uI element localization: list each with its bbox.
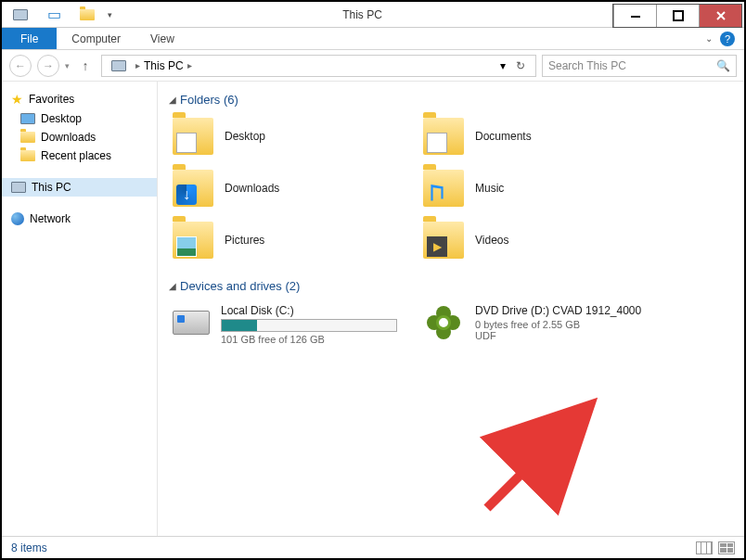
ribbon-tabs: File Computer View ⌄ ? [2,28,744,50]
folder-label: Desktop [225,130,265,143]
sidebar-item-recent[interactable]: Recent places [2,146,157,165]
breadcrumb[interactable]: ▸ This PC ▸ ▾ ↻ [101,55,536,77]
sidebar-favorites[interactable]: ★ Favorites [2,89,157,109]
tab-file[interactable]: File [2,28,57,49]
sidebar-item-this-pc[interactable]: This PC [2,178,157,197]
section-header-drives[interactable]: ◢ Devices and drives (2) [169,279,733,293]
folder-icon [20,132,35,143]
folder-label: Documents [475,130,532,143]
section-header-folders[interactable]: ◢ Folders (6) [169,93,733,107]
folder-music[interactable]: Music [419,166,651,210]
folder-label: Music [475,182,504,195]
sidebar-item-network[interactable]: Network [2,210,157,228]
chevron-right-icon[interactable]: ▸ [135,60,140,70]
back-button[interactable]: ← [9,55,32,77]
dvd-icon [423,304,464,341]
breadcrumb-dropdown-icon[interactable]: ▾ [500,59,506,72]
pc-icon [13,7,28,22]
search-icon: 🔍 [716,59,730,72]
folder-label: Videos [475,234,508,247]
new-folder-icon[interactable] [80,7,95,22]
caret-down-icon: ◢ [169,281,176,291]
view-details-icon[interactable] [696,541,713,554]
folder-label: Downloads [225,182,279,195]
tab-view[interactable]: View [135,28,189,49]
sidebar-label: This PC [32,181,71,194]
content-pane: ◢ Folders (6) Desktop Documents Download… [158,82,744,536]
annotation-arrow [478,397,617,517]
sidebar-label: Desktop [41,112,82,125]
folder-icon [423,118,464,155]
forward-button[interactable]: → [37,55,59,77]
svg-rect-0 [631,16,640,18]
pc-icon [111,58,126,73]
star-icon: ★ [11,92,23,107]
navigation-pane: ★ Favorites Desktop Downloads Recent pla… [2,82,158,536]
help-icon[interactable]: ? [720,32,735,46]
drive-free-text: 101 GB free of 126 GB [221,334,397,345]
window-title: This PC [112,8,612,21]
section-title: Folders (6) [180,93,238,107]
refresh-icon[interactable]: ↻ [509,59,532,72]
maximize-button[interactable] [656,5,699,27]
breadcrumb-segment[interactable]: This PC [144,59,184,72]
search-input[interactable]: Search This PC 🔍 [542,55,737,77]
view-large-icons-icon[interactable] [718,541,735,554]
close-button[interactable] [699,5,741,27]
sidebar-label: Favorites [29,93,74,106]
svg-line-4 [487,411,585,508]
folder-icon [173,170,213,207]
section-title: Devices and drives (2) [180,279,300,293]
drive-dvd-d[interactable]: DVD Drive (D:) CVAD 1912_4000 0 bytes fr… [419,300,698,349]
folder-videos[interactable]: Videos [419,218,651,262]
tab-computer[interactable]: Computer [57,28,135,49]
properties-icon[interactable]: ▭ [46,7,61,22]
hdd-icon [173,304,210,341]
main-area: ★ Favorites Desktop Downloads Recent pla… [2,82,744,536]
chevron-right-icon[interactable]: ▸ [187,60,192,70]
sidebar-label: Recent places [41,149,111,162]
window-controls [612,4,742,28]
drive-name: DVD Drive (D:) CVAD 1912_4000 [475,304,641,317]
title-bar: ▭ ▾ This PC [2,2,744,28]
minimize-button[interactable] [613,5,656,27]
drive-filesystem: UDF [475,330,641,341]
recent-locations-icon[interactable]: ▾ [65,61,70,70]
pc-icon [11,182,26,193]
ribbon-expand-icon[interactable]: ⌄ [705,33,713,44]
up-button[interactable]: ↑ [75,56,96,76]
folder-pictures[interactable]: Pictures [169,218,401,262]
folder-label: Pictures [225,234,264,247]
folder-desktop[interactable]: Desktop [169,114,401,159]
search-placeholder: Search This PC [548,59,626,72]
folder-icon [173,118,213,155]
drive-local-c[interactable]: Local Disk (C:) 101 GB free of 126 GB [169,300,401,349]
drive-free-text: 0 bytes free of 2.55 GB [475,319,641,330]
sidebar-item-downloads[interactable]: Downloads [2,128,157,146]
quick-access-toolbar: ▭ ▾ [2,7,112,22]
folder-documents[interactable]: Documents [419,114,651,159]
folder-icon [423,170,464,207]
drive-name: Local Disk (C:) [221,304,397,317]
address-bar-row: ← → ▾ ↑ ▸ This PC ▸ ▾ ↻ Search This PC 🔍 [2,50,744,82]
item-count: 8 items [11,541,47,554]
status-bar: 8 items [2,536,744,558]
folder-icon [20,150,35,161]
desktop-icon [20,113,35,124]
folder-icon [173,222,213,259]
capacity-bar [221,319,397,332]
folder-downloads[interactable]: Downloads [169,166,401,210]
network-icon [11,212,24,225]
sidebar-label: Downloads [41,131,96,144]
sidebar-label: Network [30,212,71,225]
sidebar-item-desktop[interactable]: Desktop [2,109,157,128]
caret-down-icon: ◢ [169,95,176,105]
folder-icon [423,222,464,259]
svg-rect-1 [674,11,683,20]
